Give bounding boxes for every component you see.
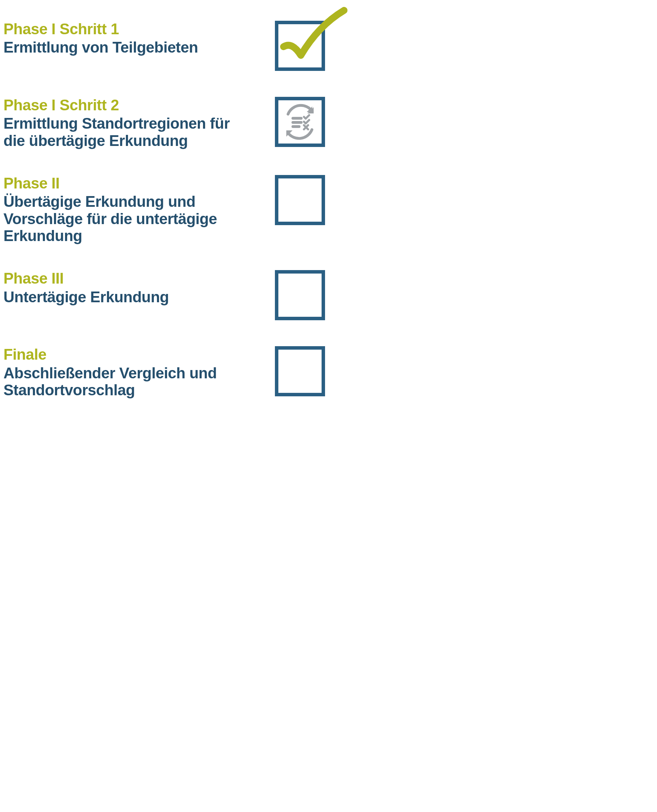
- phase-description: Untertägige Erkundung: [3, 288, 249, 305]
- in-progress-icon: [282, 104, 318, 140]
- phase-row: Phase I Schritt 1 Ermittlung von Teilgeb…: [3, 21, 325, 71]
- phase-text: Phase I Schritt 1 Ermittlung von Teilgeb…: [3, 21, 256, 56]
- phase-label: Phase III: [3, 270, 249, 287]
- checkbox-cell: [256, 346, 325, 396]
- phase-text: Phase I Schritt 2 Ermittlung Standortreg…: [3, 97, 256, 149]
- phase-description: Ermittlung Standortregionen für die über…: [3, 115, 249, 149]
- phase-text: Phase III Untertägige Erkundung: [3, 270, 256, 305]
- checkbox-cell: [256, 175, 325, 225]
- phase-row: Phase III Untertägige Erkundung: [3, 270, 325, 320]
- phase-text: Phase II Übertägige Erkundung und Vorsch…: [3, 175, 256, 244]
- phase-row: Finale Abschließender Vergleich und Stan…: [3, 346, 325, 398]
- phase-label: Phase I Schritt 2: [3, 97, 249, 114]
- checkbox-in-progress: [275, 97, 325, 147]
- phase-row: Phase I Schritt 2 Ermittlung Standortreg…: [3, 97, 325, 149]
- checkbox-cell: [256, 270, 325, 320]
- phase-label: Phase II: [3, 175, 249, 192]
- checkbox-empty: [275, 175, 325, 225]
- checkbox-cell: [256, 21, 325, 71]
- phase-row: Phase II Übertägige Erkundung und Vorsch…: [3, 175, 325, 244]
- phase-description: Abschließender Vergleich und Standortvor…: [3, 365, 249, 399]
- checkbox-cell: [256, 97, 325, 147]
- phase-description: Übertägige Erkundung und Vorschläge für …: [3, 193, 249, 244]
- checkmark-icon: [277, 5, 349, 74]
- phase-text: Finale Abschließender Vergleich und Stan…: [3, 346, 256, 398]
- phase-label: Finale: [3, 346, 249, 363]
- checkbox-empty: [275, 270, 325, 320]
- phase-label: Phase I Schritt 1: [3, 21, 249, 37]
- phase-description: Ermittlung von Teilgebieten: [3, 39, 249, 56]
- checkbox-empty: [275, 346, 325, 396]
- checkbox-done: [275, 21, 325, 71]
- phase-checklist: Phase I Schritt 1 Ermittlung von Teilgeb…: [0, 0, 328, 419]
